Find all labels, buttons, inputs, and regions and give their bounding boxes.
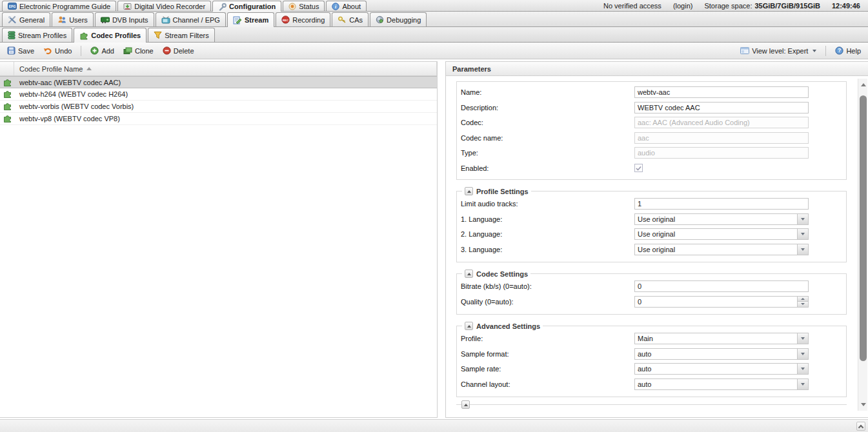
save-button[interactable]: Save: [4, 45, 37, 56]
language-1-select[interactable]: Use original: [634, 213, 809, 225]
tab-cas[interactable]: CAs: [332, 12, 368, 26]
vertical-scrollbar[interactable]: [858, 79, 867, 411]
spinner-up-icon[interactable]: [798, 297, 808, 302]
column-header-label: Codec Profile Name: [19, 65, 83, 73]
svg-text:REC: REC: [283, 19, 288, 22]
field-row-name: Name: webtv-aac: [461, 86, 837, 98]
field-row-sample-format: Sample format: auto: [461, 348, 837, 360]
toolbar-separator: [825, 46, 826, 56]
field-label: Enabled:: [461, 164, 634, 172]
epg-icon: EPG: [8, 3, 17, 10]
login-link[interactable]: (login): [673, 2, 693, 10]
tab-label: Channel / EPG: [173, 16, 220, 24]
delete-button[interactable]: Delete: [159, 45, 197, 56]
channel-layout-select[interactable]: auto: [634, 378, 809, 390]
tab-debugging[interactable]: Debugging: [370, 12, 427, 26]
storage-space: Storage space:35GiB/7GiB/915GiB: [704, 2, 820, 10]
codec-name-input: aac: [634, 132, 809, 144]
language-3-select[interactable]: Use original: [634, 244, 809, 255]
input-value: 0: [638, 282, 641, 290]
view-level-button[interactable]: View level: Expert: [737, 46, 820, 56]
chevron-down-icon[interactable]: [797, 214, 808, 224]
expand-panel-button[interactable]: [856, 422, 865, 431]
language-2-select[interactable]: Use original: [634, 228, 809, 240]
chevron-down-icon[interactable]: [797, 379, 808, 389]
chevron-down-icon[interactable]: [797, 349, 808, 359]
row-label: webtv-h264 (WEBTV codec H264): [14, 90, 128, 98]
codec-profiles-grid: Codec Profile Name webtv-aac (WEBTV code…: [0, 61, 438, 418]
tab-label: Stream: [245, 16, 268, 24]
info-icon: i: [332, 3, 339, 10]
tab-channel-epg[interactable]: Channel / EPG: [156, 12, 226, 26]
tab-dvb-inputs[interactable]: DVB Inputs: [95, 12, 154, 26]
advanced-settings-legend: Advanced Settings: [462, 322, 543, 330]
wrench-icon: [218, 3, 227, 11]
field-label: 3. Language:: [461, 246, 634, 253]
quality-spinner[interactable]: 0: [634, 296, 809, 308]
help-button[interactable]: ? Help: [832, 45, 864, 56]
tab-recording[interactable]: REC Recording: [276, 12, 330, 26]
sample-format-select[interactable]: auto: [634, 348, 809, 360]
grid-row-webtv-vp8[interactable]: webtv-vp8 (WEBTV codec VP8): [0, 113, 437, 125]
tab-codec-profiles[interactable]: Codec Profiles: [74, 28, 146, 43]
button-label: Add: [101, 47, 114, 55]
main-tab-bar: EPG Electronic Programme Guide Digital V…: [0, 0, 868, 12]
status-icon: [288, 3, 296, 10]
field-label: Codec:: [461, 119, 634, 126]
select-value: auto: [635, 349, 797, 359]
tab-label: Digital Video Recorder: [134, 3, 205, 10]
input-value: aac: AAC (Advanced Audio Coding): [638, 119, 750, 126]
collapse-icon[interactable]: [461, 400, 470, 409]
stream-tab-bar: Stream Profiles Codec Profiles Stream Fi…: [0, 27, 868, 43]
tab-stream[interactable]: Stream: [227, 12, 274, 27]
collapse-icon[interactable]: [465, 187, 473, 195]
tab-label: General: [19, 16, 45, 24]
chevron-down-icon[interactable]: [797, 364, 808, 374]
tab-status[interactable]: Status: [283, 1, 325, 11]
bitrate-input[interactable]: 0: [634, 280, 809, 292]
storage-label: Storage space:: [704, 2, 752, 10]
server-stack-icon: [8, 31, 15, 39]
tab-stream-filters[interactable]: Stream Filters: [148, 28, 214, 42]
tab-stream-profiles[interactable]: Stream Profiles: [2, 28, 72, 42]
tab-configuration[interactable]: Configuration: [212, 1, 281, 12]
limit-audio-tracks-input[interactable]: 1: [634, 198, 809, 210]
tab-about[interactable]: i About: [326, 1, 367, 11]
access-status: No verified access: [603, 2, 661, 10]
button-label: Help: [846, 47, 861, 55]
basic-fields-group: Name: webtv-aac Description: WEBTV codec…: [456, 81, 847, 180]
name-input[interactable]: webtv-aac: [634, 86, 809, 98]
chevron-down-icon[interactable]: [797, 229, 808, 239]
select-value: auto: [635, 364, 797, 374]
grid-row-webtv-vorbis[interactable]: webtv-vorbis (WEBTV codec Vorbis): [0, 101, 437, 113]
grid-row-webtv-aac[interactable]: webtv-aac (WEBTV codec AAC): [0, 76, 437, 88]
icon-column-header[interactable]: [0, 62, 14, 75]
profile-settings-legend: Profile Settings: [462, 187, 531, 195]
tvheadend-window: EPG Electronic Programme Guide Digital V…: [0, 0, 868, 432]
collapse-icon[interactable]: [465, 270, 473, 278]
tab-general[interactable]: General: [2, 12, 50, 26]
spinner-down-icon[interactable]: [798, 301, 808, 307]
row-label: webtv-aac (WEBTV codec AAC): [14, 79, 121, 86]
parameters-panel: Parameters Name: webtv-aac Description: …: [445, 61, 868, 418]
parameters-header: Parameters: [446, 62, 868, 76]
description-input[interactable]: WEBTV codec AAC: [634, 102, 809, 113]
collapse-icon[interactable]: [465, 322, 473, 330]
profile-select[interactable]: Main: [634, 333, 809, 344]
clone-button[interactable]: Clone: [120, 46, 157, 56]
sample-rate-select[interactable]: auto: [634, 363, 809, 375]
grid-row-webtv-h264[interactable]: webtv-h264 (WEBTV codec H264): [0, 88, 437, 101]
tab-digital-video-recorder[interactable]: Digital Video Recorder: [117, 1, 211, 11]
codec-profile-name-column-header[interactable]: Codec Profile Name: [14, 62, 437, 75]
field-label: Quality (0=auto):: [461, 298, 634, 306]
scrollbar-thumb[interactable]: [860, 95, 867, 361]
tab-electronic-programme-guide[interactable]: EPG Electronic Programme Guide: [2, 1, 116, 11]
users-icon: [57, 15, 66, 24]
chevron-down-icon[interactable]: [797, 333, 808, 344]
scroll-up-icon[interactable]: [858, 80, 868, 90]
tab-users[interactable]: Users: [52, 12, 94, 26]
undo-button[interactable]: Undo: [40, 46, 75, 56]
add-button[interactable]: Add: [87, 45, 117, 56]
chevron-down-icon[interactable]: [797, 244, 808, 255]
scroll-down-icon[interactable]: [858, 400, 868, 409]
